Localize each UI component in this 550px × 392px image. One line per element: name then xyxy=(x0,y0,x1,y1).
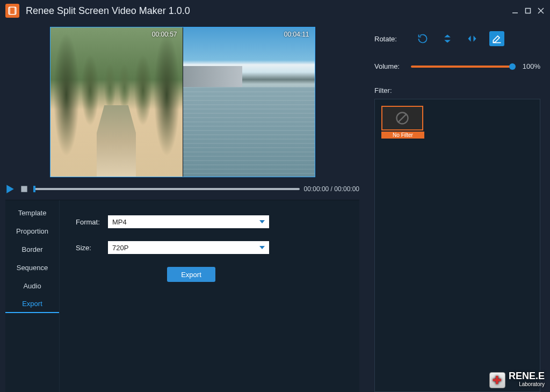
svg-marker-12 xyxy=(474,35,476,42)
time-display: 00:00:00 / 00:00:00 xyxy=(304,185,359,193)
stop-button[interactable] xyxy=(19,184,29,194)
close-button[interactable] xyxy=(537,7,545,14)
no-filter-icon xyxy=(381,106,423,130)
filter-item-none[interactable]: No Filter xyxy=(381,106,424,139)
svg-marker-11 xyxy=(468,35,471,42)
tab-export[interactable]: Export xyxy=(5,295,59,313)
filter-label: Filter: xyxy=(374,86,540,95)
seek-head[interactable] xyxy=(33,186,35,192)
rotate-cw-icon[interactable] xyxy=(415,31,430,46)
split-preview[interactable]: 00:00:57 00:04:11 xyxy=(50,27,315,177)
volume-slider[interactable] xyxy=(411,66,512,68)
app-icon xyxy=(5,4,19,18)
tab-sequence[interactable]: Sequence xyxy=(5,258,59,277)
clip-timestamp: 00:04:11 xyxy=(284,31,309,38)
app-title: Renee Split Screen Video Maker 1.0.0 xyxy=(26,5,511,17)
left-column: 00:00:57 00:04:11 00:00:00 / xyxy=(0,21,365,392)
format-select[interactable]: MP4 xyxy=(108,215,269,228)
filter-list: No Filter xyxy=(374,99,540,392)
volume-label: Volume: xyxy=(374,62,406,70)
svg-marker-7 xyxy=(6,185,14,193)
volume-value: 100% xyxy=(518,62,540,70)
brand-name: RENE.E xyxy=(509,371,545,381)
format-field: Format: MP4 xyxy=(76,215,343,228)
size-select[interactable]: 720P xyxy=(108,241,269,254)
svg-line-15 xyxy=(398,114,407,122)
size-label: Size: xyxy=(76,244,108,252)
tab-list: Template Proportion Border Sequence Audi… xyxy=(5,200,59,392)
svg-rect-2 xyxy=(15,7,16,14)
edit-icon[interactable] xyxy=(489,31,504,46)
lower-panel: Template Proportion Border Sequence Audi… xyxy=(5,200,359,392)
preview-wrap: 00:00:57 00:04:11 xyxy=(5,27,359,177)
seek-track[interactable] xyxy=(33,188,300,190)
tab-proportion[interactable]: Proportion xyxy=(5,222,59,240)
window-controls xyxy=(511,7,545,14)
tab-border[interactable]: Border xyxy=(5,240,59,258)
brand-icon: ✚ xyxy=(489,372,505,388)
preview-clip-left[interactable]: 00:00:57 xyxy=(50,27,183,177)
filter-caption: No Filter xyxy=(381,132,424,139)
flip-horizontal-icon[interactable] xyxy=(465,31,480,46)
flip-vertical-icon[interactable] xyxy=(440,31,455,46)
preview-clip-right[interactable]: 00:04:11 xyxy=(183,27,315,177)
main-area: 00:00:57 00:04:11 00:00:00 / xyxy=(0,21,550,392)
app-window: Renee Split Screen Video Maker 1.0.0 00:… xyxy=(0,0,550,392)
rotate-row: Rotate: xyxy=(374,31,540,46)
brand-sub: Laboratory xyxy=(509,380,545,389)
rotate-label: Rotate: xyxy=(374,35,406,43)
playback-bar: 00:00:00 / 00:00:00 xyxy=(5,180,359,198)
export-button[interactable]: Export xyxy=(167,267,215,282)
svg-marker-9 xyxy=(444,35,451,38)
tab-content-export: Format: MP4 Size: 720P Export xyxy=(59,200,359,392)
tab-template[interactable]: Template xyxy=(5,204,59,222)
format-value: MP4 xyxy=(112,218,127,226)
title-bar: Renee Split Screen Video Maker 1.0.0 xyxy=(0,0,550,21)
format-label: Format: xyxy=(76,218,108,226)
maximize-button[interactable] xyxy=(524,7,532,14)
svg-rect-1 xyxy=(9,7,10,14)
right-panel: Rotate: Volume: 100% xyxy=(365,21,550,392)
brand-text: RENE.E Laboratory xyxy=(509,372,545,389)
size-value: 720P xyxy=(112,244,128,252)
minimize-button[interactable] xyxy=(511,7,519,14)
svg-marker-10 xyxy=(444,40,451,43)
size-field: Size: 720P xyxy=(76,241,343,254)
svg-rect-4 xyxy=(526,9,531,13)
brand-badge: ✚ RENE.E Laboratory xyxy=(489,372,545,389)
volume-thumb[interactable] xyxy=(509,63,516,70)
clip-timestamp: 00:00:57 xyxy=(152,31,177,38)
tab-audio[interactable]: Audio xyxy=(5,277,59,295)
volume-row: Volume: 100% xyxy=(374,62,540,70)
svg-rect-8 xyxy=(21,186,27,192)
play-button[interactable] xyxy=(5,184,15,194)
